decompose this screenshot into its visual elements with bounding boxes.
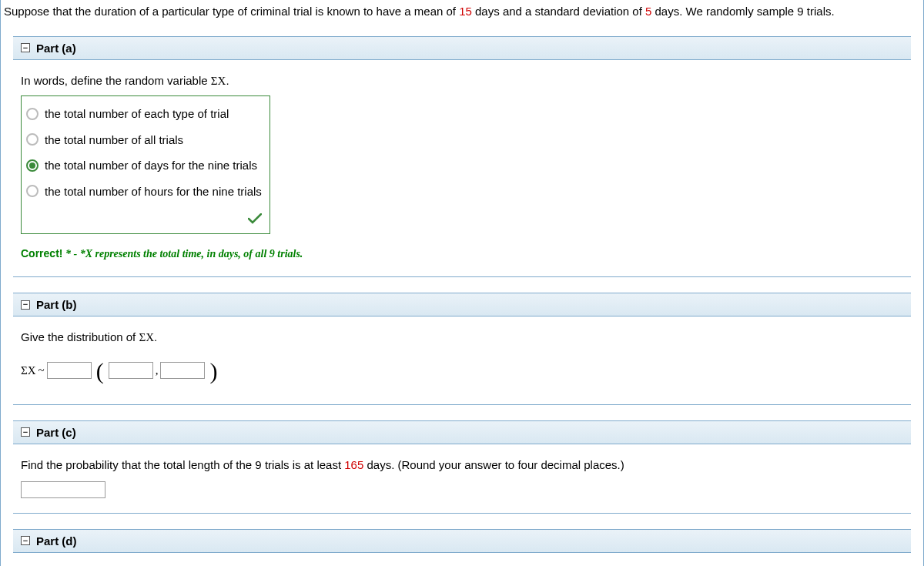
option-4[interactable]: the total number of hours for the nine t… [26,179,262,205]
option-4-label: the total number of hours for the nine t… [45,182,262,202]
dist-param2-input[interactable] [160,362,205,379]
feedback-text: Correct! * - *X represents the total tim… [21,245,903,263]
option-1-label: the total number of each type of trial [45,104,229,124]
part-a: − Part (a) In words, define the random v… [13,36,911,278]
correct-check-row [26,204,262,230]
part-c: − Part (c) Find the probability that the… [13,420,911,514]
question-page: Suppose that the duration of a particula… [0,0,924,566]
stem-text-1: Suppose that the duration of a particula… [4,5,459,18]
question-stem: Suppose that the duration of a particula… [1,0,923,36]
part-c-answer-row [21,479,903,499]
collapse-icon[interactable]: − [21,427,30,437]
part-b-prompt: Give the distribution of ΣX. [21,327,903,348]
stem-text-2: days and a standard deviation of [472,5,645,18]
tilde: ~ [38,361,45,381]
mean-value: 15 [459,5,472,18]
part-b-title: Part (b) [36,298,77,311]
comma: , [156,361,159,381]
option-2-label: the total number of all trials [45,130,183,150]
sigma-x-var: ΣX [139,331,154,343]
sigma-x-var: ΣX [211,75,226,87]
feedback-correct-label: Correct! [21,247,62,260]
collapse-icon[interactable]: − [21,300,30,310]
part-a-title: Part (a) [36,42,76,55]
part-a-header[interactable]: − Part (a) [13,37,911,60]
option-2[interactable]: the total number of all trials [26,127,262,153]
options-box: the total number of each type of trial t… [21,95,270,234]
part-c-prompt: Find the probability that the total leng… [21,455,903,475]
part-a-body: In words, define the random variable ΣX.… [13,60,911,277]
sigma-x-label: ΣX [21,361,36,381]
part-b-body: Give the distribution of ΣX. ΣX ~ ( , ) [13,316,911,404]
part-a-prompt: In words, define the random variable ΣX. [21,71,903,92]
dist-name-input[interactable] [47,362,92,379]
option-3-label: the total number of days for the nine tr… [45,156,257,176]
part-d: − Part (d) Ninety percent of the total o… [13,529,911,566]
part-c-title: Part (c) [36,426,76,439]
checkmark-icon [248,213,262,224]
option-1[interactable]: the total number of each type of trial [26,101,262,127]
option-3[interactable]: the total number of days for the nine tr… [26,152,262,179]
open-paren: ( [94,351,106,390]
radio-icon[interactable] [26,185,38,197]
collapse-icon[interactable]: − [21,536,30,545]
part-c-header[interactable]: − Part (c) [13,421,911,444]
radio-icon[interactable] [26,108,38,120]
part-b-header[interactable]: − Part (b) [13,293,911,316]
probability-input[interactable] [21,481,105,498]
part-d-body: Ninety percent of the total of 9 of thes… [13,553,911,566]
radio-icon[interactable] [26,133,38,146]
distribution-line: ΣX ~ ( , ) [21,351,903,390]
radio-icon-selected[interactable] [26,159,38,172]
feedback-detail: * - *X represents the total time, in day… [62,248,303,260]
part-c-body: Find the probability that the total leng… [13,444,911,513]
target-value: 165 [344,458,363,471]
part-d-header[interactable]: − Part (d) [13,530,911,553]
close-paren: ) [207,351,219,390]
part-d-title: Part (d) [36,534,77,548]
stem-text-3: days. We randomly sample 9 trials. [651,5,834,18]
dist-param1-input[interactable] [109,362,153,379]
part-b: − Part (b) Give the distribution of ΣX. … [13,293,911,405]
collapse-icon[interactable]: − [21,43,30,52]
